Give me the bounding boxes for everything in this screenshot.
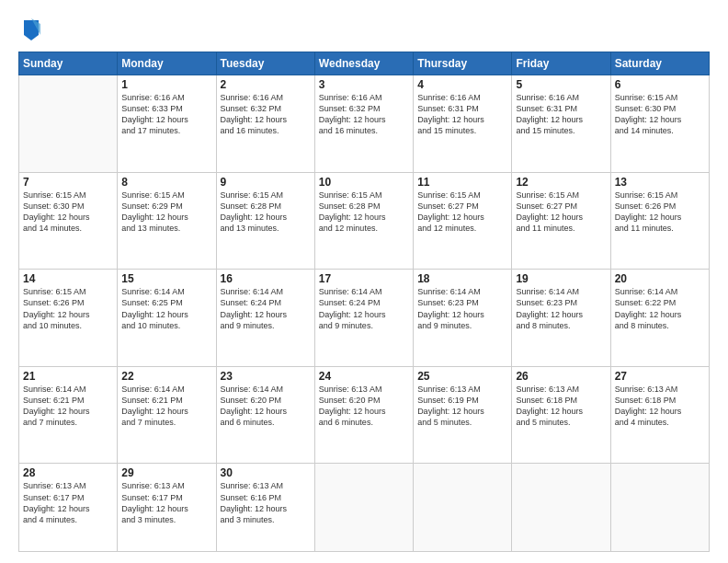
calendar-cell: 20Sunrise: 6:14 AM Sunset: 6:22 PM Dayli… [610,270,709,367]
day-info: Sunrise: 6:15 AM Sunset: 6:28 PM Dayligh… [221,190,311,235]
day-number: 25 [417,370,507,383]
day-number: 29 [121,466,211,479]
day-number: 26 [516,370,606,383]
day-number: 15 [121,272,211,285]
calendar-week-1: 7Sunrise: 6:15 AM Sunset: 6:30 PM Daylig… [19,172,710,270]
calendar-cell: 1Sunrise: 6:16 AM Sunset: 6:33 PM Daylig… [118,75,216,173]
calendar-cell: 17Sunrise: 6:14 AM Sunset: 6:24 PM Dayli… [314,270,413,367]
day-info: Sunrise: 6:15 AM Sunset: 6:29 PM Dayligh… [121,190,211,235]
day-info: Sunrise: 6:13 AM Sunset: 6:19 PM Dayligh… [417,384,507,429]
calendar-cell [414,464,512,552]
day-info: Sunrise: 6:13 AM Sunset: 6:16 PM Dayligh… [221,480,311,525]
day-info: Sunrise: 6:13 AM Sunset: 6:20 PM Dayligh… [319,384,409,429]
day-number: 1 [121,78,211,91]
weekday-header-saturday: Saturday [610,52,709,75]
calendar-week-2: 14Sunrise: 6:15 AM Sunset: 6:26 PM Dayli… [19,270,710,367]
day-number: 16 [221,272,311,285]
calendar-cell: 14Sunrise: 6:15 AM Sunset: 6:26 PM Dayli… [19,270,118,367]
calendar-week-0: 1Sunrise: 6:16 AM Sunset: 6:33 PM Daylig… [19,75,710,173]
day-number: 20 [615,272,705,285]
day-number: 14 [23,272,113,285]
calendar-cell: 25Sunrise: 6:13 AM Sunset: 6:19 PM Dayli… [414,366,512,464]
header [18,17,710,42]
day-info: Sunrise: 6:15 AM Sunset: 6:27 PM Dayligh… [417,190,507,235]
calendar-cell: 13Sunrise: 6:15 AM Sunset: 6:26 PM Dayli… [610,172,709,270]
day-number: 22 [121,370,211,383]
day-info: Sunrise: 6:16 AM Sunset: 6:32 PM Dayligh… [319,92,409,137]
calendar-cell: 3Sunrise: 6:16 AM Sunset: 6:32 PM Daylig… [314,75,413,173]
calendar-cell: 24Sunrise: 6:13 AM Sunset: 6:20 PM Dayli… [314,366,413,464]
day-info: Sunrise: 6:16 AM Sunset: 6:31 PM Dayligh… [516,92,606,137]
day-number: 24 [319,370,409,383]
day-info: Sunrise: 6:14 AM Sunset: 6:24 PM Dayligh… [221,286,311,331]
calendar-cell: 27Sunrise: 6:13 AM Sunset: 6:18 PM Dayli… [610,366,709,464]
day-info: Sunrise: 6:13 AM Sunset: 6:17 PM Dayligh… [121,480,211,525]
day-number: 21 [23,370,113,383]
day-info: Sunrise: 6:13 AM Sunset: 6:18 PM Dayligh… [615,384,705,429]
day-number: 7 [23,176,113,189]
day-number: 2 [221,78,311,91]
calendar-cell: 6Sunrise: 6:15 AM Sunset: 6:30 PM Daylig… [610,75,709,173]
calendar-cell: 19Sunrise: 6:14 AM Sunset: 6:23 PM Dayli… [512,270,610,367]
calendar-cell: 26Sunrise: 6:13 AM Sunset: 6:18 PM Dayli… [512,366,610,464]
calendar-cell [512,464,610,552]
day-number: 9 [221,176,311,189]
day-info: Sunrise: 6:15 AM Sunset: 6:28 PM Dayligh… [319,190,409,235]
day-number: 6 [615,78,705,91]
day-number: 3 [319,78,409,91]
day-info: Sunrise: 6:15 AM Sunset: 6:26 PM Dayligh… [23,286,113,331]
calendar-cell: 29Sunrise: 6:13 AM Sunset: 6:17 PM Dayli… [118,464,216,552]
day-info: Sunrise: 6:14 AM Sunset: 6:20 PM Dayligh… [221,384,311,429]
calendar-cell: 10Sunrise: 6:15 AM Sunset: 6:28 PM Dayli… [314,172,413,270]
calendar-cell: 28Sunrise: 6:13 AM Sunset: 6:17 PM Dayli… [19,464,118,552]
day-number: 18 [417,272,507,285]
weekday-header-sunday: Sunday [19,52,118,75]
calendar-table: SundayMondayTuesdayWednesdayThursdayFrid… [18,52,710,552]
weekday-header-thursday: Thursday [414,52,512,75]
calendar-cell: 16Sunrise: 6:14 AM Sunset: 6:24 PM Dayli… [216,270,314,367]
day-info: Sunrise: 6:15 AM Sunset: 6:26 PM Dayligh… [615,190,705,235]
weekday-header-monday: Monday [118,52,216,75]
calendar-cell: 15Sunrise: 6:14 AM Sunset: 6:25 PM Dayli… [118,270,216,367]
calendar-cell: 2Sunrise: 6:16 AM Sunset: 6:32 PM Daylig… [216,75,314,173]
calendar-week-3: 21Sunrise: 6:14 AM Sunset: 6:21 PM Dayli… [19,366,710,464]
day-number: 28 [23,466,113,479]
day-number: 5 [516,78,606,91]
calendar-cell: 9Sunrise: 6:15 AM Sunset: 6:28 PM Daylig… [216,172,314,270]
calendar-cell: 18Sunrise: 6:14 AM Sunset: 6:23 PM Dayli… [414,270,512,367]
calendar-cell: 7Sunrise: 6:15 AM Sunset: 6:30 PM Daylig… [19,172,118,270]
day-number: 12 [516,176,606,189]
calendar-cell: 21Sunrise: 6:14 AM Sunset: 6:21 PM Dayli… [19,366,118,464]
calendar-cell [19,75,118,173]
calendar-cell: 12Sunrise: 6:15 AM Sunset: 6:27 PM Dayli… [512,172,610,270]
day-info: Sunrise: 6:14 AM Sunset: 6:22 PM Dayligh… [615,286,705,331]
logo-icon [20,17,42,42]
calendar-cell [314,464,413,552]
day-info: Sunrise: 6:15 AM Sunset: 6:30 PM Dayligh… [615,92,705,137]
weekday-header-tuesday: Tuesday [216,52,314,75]
day-info: Sunrise: 6:15 AM Sunset: 6:30 PM Dayligh… [23,190,113,235]
day-number: 27 [615,370,705,383]
day-info: Sunrise: 6:14 AM Sunset: 6:21 PM Dayligh… [23,384,113,429]
day-info: Sunrise: 6:16 AM Sunset: 6:32 PM Dayligh… [221,92,311,137]
day-number: 11 [417,176,507,189]
day-number: 17 [319,272,409,285]
calendar-cell: 30Sunrise: 6:13 AM Sunset: 6:16 PM Dayli… [216,464,314,552]
calendar-cell: 4Sunrise: 6:16 AM Sunset: 6:31 PM Daylig… [414,75,512,173]
calendar-cell: 23Sunrise: 6:14 AM Sunset: 6:20 PM Dayli… [216,366,314,464]
weekday-header-row: SundayMondayTuesdayWednesdayThursdayFrid… [19,52,710,75]
day-info: Sunrise: 6:14 AM Sunset: 6:21 PM Dayligh… [121,384,211,429]
day-info: Sunrise: 6:16 AM Sunset: 6:31 PM Dayligh… [417,92,507,137]
day-info: Sunrise: 6:13 AM Sunset: 6:17 PM Dayligh… [23,480,113,525]
page: SundayMondayTuesdayWednesdayThursdayFrid… [0,0,728,563]
day-info: Sunrise: 6:15 AM Sunset: 6:27 PM Dayligh… [516,190,606,235]
logo [18,17,42,42]
day-number: 4 [417,78,507,91]
day-number: 13 [615,176,705,189]
weekday-header-wednesday: Wednesday [314,52,413,75]
day-info: Sunrise: 6:14 AM Sunset: 6:23 PM Dayligh… [516,286,606,331]
calendar-cell: 5Sunrise: 6:16 AM Sunset: 6:31 PM Daylig… [512,75,610,173]
day-info: Sunrise: 6:14 AM Sunset: 6:23 PM Dayligh… [417,286,507,331]
day-info: Sunrise: 6:13 AM Sunset: 6:18 PM Dayligh… [516,384,606,429]
weekday-header-friday: Friday [512,52,610,75]
